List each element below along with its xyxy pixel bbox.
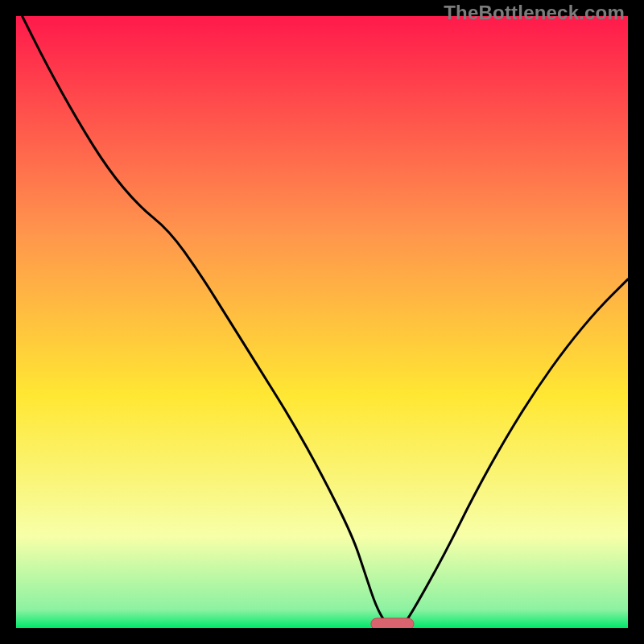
gradient-background (16, 16, 628, 628)
plot-area (16, 16, 628, 628)
chart-frame: TheBottleneck.com (0, 0, 644, 644)
watermark-text: TheBottleneck.com (444, 2, 625, 24)
optimal-range-marker (371, 618, 414, 628)
chart-svg (16, 16, 628, 628)
